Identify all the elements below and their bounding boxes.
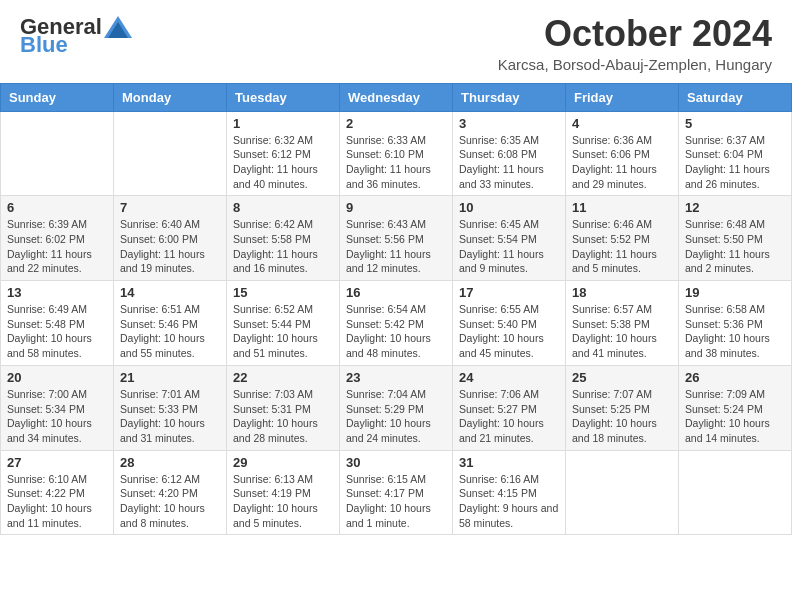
day-info: Sunrise: 7:03 AM Sunset: 5:31 PM Dayligh… bbox=[233, 387, 333, 446]
day-info: Sunrise: 6:42 AM Sunset: 5:58 PM Dayligh… bbox=[233, 217, 333, 276]
day-number: 3 bbox=[459, 116, 559, 131]
day-number: 4 bbox=[572, 116, 672, 131]
weekday-tuesday: Tuesday bbox=[227, 83, 340, 111]
calendar-cell: 29Sunrise: 6:13 AM Sunset: 4:19 PM Dayli… bbox=[227, 450, 340, 535]
day-info: Sunrise: 6:33 AM Sunset: 6:10 PM Dayligh… bbox=[346, 133, 446, 192]
weekday-friday: Friday bbox=[566, 83, 679, 111]
week-row-5: 27Sunrise: 6:10 AM Sunset: 4:22 PM Dayli… bbox=[1, 450, 792, 535]
calendar-cell: 1Sunrise: 6:32 AM Sunset: 6:12 PM Daylig… bbox=[227, 111, 340, 196]
calendar-cell: 23Sunrise: 7:04 AM Sunset: 5:29 PM Dayli… bbox=[340, 365, 453, 450]
title-area: October 2024 Karcsa, Borsod-Abauj-Zemple… bbox=[498, 14, 772, 73]
calendar-cell: 25Sunrise: 7:07 AM Sunset: 5:25 PM Dayli… bbox=[566, 365, 679, 450]
calendar-cell bbox=[1, 111, 114, 196]
week-row-4: 20Sunrise: 7:00 AM Sunset: 5:34 PM Dayli… bbox=[1, 365, 792, 450]
calendar-cell: 16Sunrise: 6:54 AM Sunset: 5:42 PM Dayli… bbox=[340, 281, 453, 366]
weekday-header-row: SundayMondayTuesdayWednesdayThursdayFrid… bbox=[1, 83, 792, 111]
weekday-sunday: Sunday bbox=[1, 83, 114, 111]
day-number: 27 bbox=[7, 455, 107, 470]
day-info: Sunrise: 6:49 AM Sunset: 5:48 PM Dayligh… bbox=[7, 302, 107, 361]
calendar-cell bbox=[679, 450, 792, 535]
day-info: Sunrise: 7:04 AM Sunset: 5:29 PM Dayligh… bbox=[346, 387, 446, 446]
day-info: Sunrise: 7:00 AM Sunset: 5:34 PM Dayligh… bbox=[7, 387, 107, 446]
weekday-monday: Monday bbox=[114, 83, 227, 111]
day-info: Sunrise: 6:51 AM Sunset: 5:46 PM Dayligh… bbox=[120, 302, 220, 361]
day-info: Sunrise: 7:01 AM Sunset: 5:33 PM Dayligh… bbox=[120, 387, 220, 446]
calendar-table: SundayMondayTuesdayWednesdayThursdayFrid… bbox=[0, 83, 792, 536]
day-info: Sunrise: 6:52 AM Sunset: 5:44 PM Dayligh… bbox=[233, 302, 333, 361]
day-number: 19 bbox=[685, 285, 785, 300]
day-info: Sunrise: 6:57 AM Sunset: 5:38 PM Dayligh… bbox=[572, 302, 672, 361]
calendar-cell: 12Sunrise: 6:48 AM Sunset: 5:50 PM Dayli… bbox=[679, 196, 792, 281]
day-info: Sunrise: 6:45 AM Sunset: 5:54 PM Dayligh… bbox=[459, 217, 559, 276]
calendar-cell bbox=[114, 111, 227, 196]
day-number: 20 bbox=[7, 370, 107, 385]
day-number: 7 bbox=[120, 200, 220, 215]
calendar-cell bbox=[566, 450, 679, 535]
day-info: Sunrise: 6:55 AM Sunset: 5:40 PM Dayligh… bbox=[459, 302, 559, 361]
day-number: 25 bbox=[572, 370, 672, 385]
day-number: 26 bbox=[685, 370, 785, 385]
day-number: 18 bbox=[572, 285, 672, 300]
week-row-3: 13Sunrise: 6:49 AM Sunset: 5:48 PM Dayli… bbox=[1, 281, 792, 366]
day-info: Sunrise: 6:58 AM Sunset: 5:36 PM Dayligh… bbox=[685, 302, 785, 361]
day-info: Sunrise: 6:40 AM Sunset: 6:00 PM Dayligh… bbox=[120, 217, 220, 276]
day-info: Sunrise: 6:39 AM Sunset: 6:02 PM Dayligh… bbox=[7, 217, 107, 276]
calendar-cell: 7Sunrise: 6:40 AM Sunset: 6:00 PM Daylig… bbox=[114, 196, 227, 281]
day-number: 17 bbox=[459, 285, 559, 300]
calendar-cell: 9Sunrise: 6:43 AM Sunset: 5:56 PM Daylig… bbox=[340, 196, 453, 281]
day-info: Sunrise: 6:48 AM Sunset: 5:50 PM Dayligh… bbox=[685, 217, 785, 276]
day-info: Sunrise: 6:16 AM Sunset: 4:15 PM Dayligh… bbox=[459, 472, 559, 531]
calendar-cell: 30Sunrise: 6:15 AM Sunset: 4:17 PM Dayli… bbox=[340, 450, 453, 535]
calendar-cell: 10Sunrise: 6:45 AM Sunset: 5:54 PM Dayli… bbox=[453, 196, 566, 281]
week-row-1: 1Sunrise: 6:32 AM Sunset: 6:12 PM Daylig… bbox=[1, 111, 792, 196]
day-info: Sunrise: 6:54 AM Sunset: 5:42 PM Dayligh… bbox=[346, 302, 446, 361]
day-number: 2 bbox=[346, 116, 446, 131]
day-number: 21 bbox=[120, 370, 220, 385]
day-number: 10 bbox=[459, 200, 559, 215]
day-number: 5 bbox=[685, 116, 785, 131]
day-info: Sunrise: 6:12 AM Sunset: 4:20 PM Dayligh… bbox=[120, 472, 220, 531]
calendar-cell: 24Sunrise: 7:06 AM Sunset: 5:27 PM Dayli… bbox=[453, 365, 566, 450]
calendar-cell: 11Sunrise: 6:46 AM Sunset: 5:52 PM Dayli… bbox=[566, 196, 679, 281]
day-info: Sunrise: 6:15 AM Sunset: 4:17 PM Dayligh… bbox=[346, 472, 446, 531]
calendar-cell: 13Sunrise: 6:49 AM Sunset: 5:48 PM Dayli… bbox=[1, 281, 114, 366]
calendar-cell: 14Sunrise: 6:51 AM Sunset: 5:46 PM Dayli… bbox=[114, 281, 227, 366]
week-row-2: 6Sunrise: 6:39 AM Sunset: 6:02 PM Daylig… bbox=[1, 196, 792, 281]
calendar-cell: 22Sunrise: 7:03 AM Sunset: 5:31 PM Dayli… bbox=[227, 365, 340, 450]
day-info: Sunrise: 6:32 AM Sunset: 6:12 PM Dayligh… bbox=[233, 133, 333, 192]
day-number: 6 bbox=[7, 200, 107, 215]
day-number: 13 bbox=[7, 285, 107, 300]
calendar-cell: 6Sunrise: 6:39 AM Sunset: 6:02 PM Daylig… bbox=[1, 196, 114, 281]
day-number: 29 bbox=[233, 455, 333, 470]
calendar-cell: 3Sunrise: 6:35 AM Sunset: 6:08 PM Daylig… bbox=[453, 111, 566, 196]
day-number: 11 bbox=[572, 200, 672, 215]
weekday-thursday: Thursday bbox=[453, 83, 566, 111]
calendar-cell: 21Sunrise: 7:01 AM Sunset: 5:33 PM Dayli… bbox=[114, 365, 227, 450]
day-number: 31 bbox=[459, 455, 559, 470]
day-number: 12 bbox=[685, 200, 785, 215]
page-header: General Blue October 2024 Karcsa, Borsod… bbox=[0, 0, 792, 83]
logo: General Blue bbox=[20, 14, 132, 58]
day-number: 1 bbox=[233, 116, 333, 131]
calendar-cell: 2Sunrise: 6:33 AM Sunset: 6:10 PM Daylig… bbox=[340, 111, 453, 196]
calendar-cell: 15Sunrise: 6:52 AM Sunset: 5:44 PM Dayli… bbox=[227, 281, 340, 366]
day-number: 28 bbox=[120, 455, 220, 470]
logo-blue: Blue bbox=[20, 32, 68, 58]
day-info: Sunrise: 6:43 AM Sunset: 5:56 PM Dayligh… bbox=[346, 217, 446, 276]
logo-icon bbox=[104, 16, 132, 38]
calendar-cell: 4Sunrise: 6:36 AM Sunset: 6:06 PM Daylig… bbox=[566, 111, 679, 196]
weekday-wednesday: Wednesday bbox=[340, 83, 453, 111]
day-info: Sunrise: 7:07 AM Sunset: 5:25 PM Dayligh… bbox=[572, 387, 672, 446]
day-number: 16 bbox=[346, 285, 446, 300]
day-info: Sunrise: 7:06 AM Sunset: 5:27 PM Dayligh… bbox=[459, 387, 559, 446]
month-title: October 2024 bbox=[498, 14, 772, 54]
day-number: 9 bbox=[346, 200, 446, 215]
day-info: Sunrise: 6:35 AM Sunset: 6:08 PM Dayligh… bbox=[459, 133, 559, 192]
calendar-cell: 31Sunrise: 6:16 AM Sunset: 4:15 PM Dayli… bbox=[453, 450, 566, 535]
day-info: Sunrise: 6:46 AM Sunset: 5:52 PM Dayligh… bbox=[572, 217, 672, 276]
day-number: 23 bbox=[346, 370, 446, 385]
day-info: Sunrise: 7:09 AM Sunset: 5:24 PM Dayligh… bbox=[685, 387, 785, 446]
day-info: Sunrise: 6:37 AM Sunset: 6:04 PM Dayligh… bbox=[685, 133, 785, 192]
calendar-cell: 19Sunrise: 6:58 AM Sunset: 5:36 PM Dayli… bbox=[679, 281, 792, 366]
calendar-cell: 20Sunrise: 7:00 AM Sunset: 5:34 PM Dayli… bbox=[1, 365, 114, 450]
